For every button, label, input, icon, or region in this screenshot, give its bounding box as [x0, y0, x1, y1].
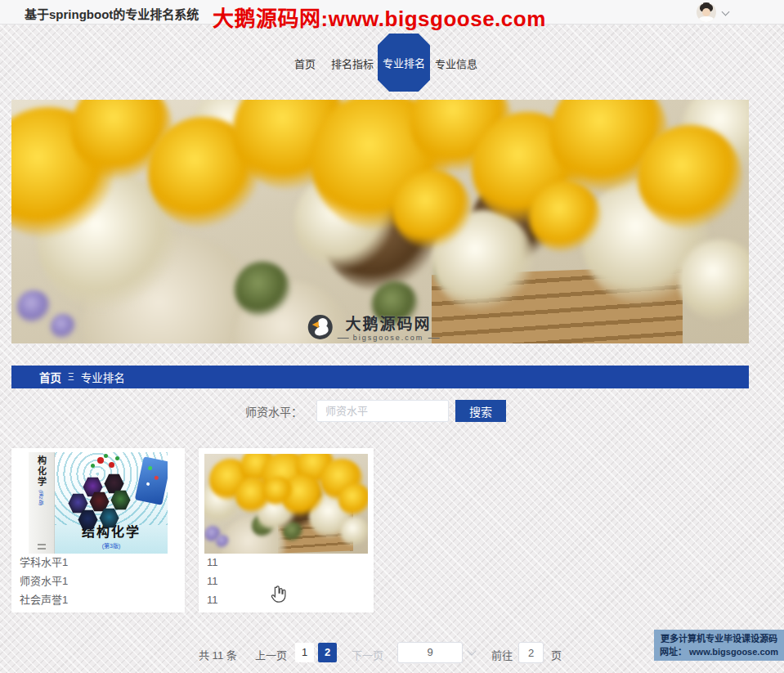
banner-image: 大鹅源码网 bigsgoose.com	[11, 100, 749, 343]
molecule-dot-decoration	[97, 457, 104, 464]
page: 基于springboot的专业排名系统 大鹅源码网:www.bigsgoose.…	[0, 0, 784, 673]
footer-promo-line2: 网址： www.bigsgoose.com	[654, 645, 784, 658]
nav-item-ranking-metrics[interactable]: 排名指标	[331, 56, 374, 71]
card-line-faculty-level: 11	[207, 572, 218, 590]
card-line-social-reputation: 11	[207, 590, 218, 609]
book-spine-author-bar	[38, 544, 46, 545]
molecule-dot-decoration	[115, 456, 119, 460]
footer-promo-box: 更多计算机专业毕设课设源码 网址： www.bigsgoose.com	[654, 630, 784, 661]
nav-item-major-ranking-active[interactable]: 专业排名	[378, 34, 430, 92]
card-line-faculty-level: 师资水平1	[20, 572, 68, 590]
card-text-lines: 11 11 11	[207, 553, 218, 609]
pagination-total: 共 11 条	[199, 647, 237, 662]
user-avatar[interactable]	[697, 2, 716, 22]
avatar-chevron-down-icon[interactable]	[722, 9, 729, 16]
pagination-goto-input[interactable]	[518, 642, 544, 663]
flower-blob	[235, 262, 290, 317]
search-input[interactable]	[316, 400, 449, 422]
pagination-page-2-active[interactable]: 2	[318, 643, 337, 662]
book-cover-image: 构化学 (第2版) 结构化学 (第3版)	[29, 452, 168, 554]
nav-item-major-info[interactable]: 专业信息	[435, 56, 477, 71]
search-label: 师资水平：	[245, 403, 302, 420]
book-spine-title: 构化学	[35, 455, 48, 487]
molecule-dot-decoration	[109, 462, 114, 468]
molecule-dot-decoration	[104, 454, 108, 458]
flower-blob	[529, 181, 601, 253]
flower-blob	[51, 314, 75, 339]
flower-blob	[338, 483, 368, 516]
book-spine: 构化学 (第2版)	[29, 452, 55, 554]
book-spine-author-bar	[38, 548, 46, 550]
card-line-social-reputation: 社会声誉1	[20, 590, 68, 609]
nav-item-home[interactable]: 首页	[294, 56, 316, 71]
app-title: 基于springboot的专业排名系统	[25, 5, 199, 22]
search-button[interactable]: 搜索	[455, 400, 506, 422]
pagination-goto-label: 前往	[491, 647, 513, 662]
major-card-11[interactable]: 11 11 11	[199, 448, 374, 612]
major-card-structural-chemistry[interactable]: 构化学 (第2版) 结构化学 (第3版) 学科水平1 师资水平1 社会声誉1	[11, 448, 185, 612]
page-size-select[interactable]: 9	[397, 642, 463, 663]
flower-blob	[392, 170, 471, 249]
goose-logo-icon	[308, 315, 333, 339]
watermark-text: 大鹅源码网 bigsgoose.com	[338, 312, 440, 342]
breadcrumb: 首页 Ξ 专业排名	[11, 366, 749, 388]
nav-active-label: 专业排名	[383, 55, 425, 70]
breadcrumb-separator-icon: Ξ	[68, 371, 74, 383]
flower-blob	[679, 240, 749, 321]
promo-banner-text: 大鹅源码网:www.bigsgoose.com	[213, 2, 546, 32]
roses-photo	[204, 454, 368, 554]
page-size-chevron-down-icon[interactable]	[468, 648, 476, 656]
molecule-dot-decoration	[91, 464, 95, 468]
watermark-url: bigsgoose.com	[338, 334, 440, 342]
pagination-prev-button[interactable]: 上一页	[255, 647, 287, 662]
breadcrumb-current: 专业排名	[81, 369, 125, 385]
footer-promo-line1: 更多计算机专业毕设课设源码	[654, 632, 784, 645]
book-spine-edition: (第2版)	[38, 490, 45, 505]
search-row: 师资水平： 搜索	[245, 400, 506, 422]
book-front-cover: 结构化学 (第3版)	[55, 452, 168, 554]
watermark: 大鹅源码网 bigsgoose.com	[308, 312, 440, 342]
flower-blob	[638, 125, 742, 230]
goose-beak	[312, 321, 319, 328]
flower-blob	[340, 517, 368, 546]
tablet-molecule-dot	[154, 475, 159, 480]
tablet-molecule-dot	[148, 466, 153, 471]
tablet-molecule-dot	[146, 482, 150, 486]
card-text-lines: 学科水平1 师资水平1 社会声誉1	[20, 553, 68, 609]
book-edition: (第3版)	[55, 541, 168, 550]
watermark-title: 大鹅源码网	[345, 312, 431, 334]
pagination-page-unit-label: 页	[551, 647, 562, 662]
card-line-subject-level: 11	[207, 553, 218, 572]
breadcrumb-home-link[interactable]: 首页	[39, 369, 61, 385]
goose-head	[318, 318, 328, 328]
pagination-page-1[interactable]: 1	[295, 643, 314, 662]
avatar-face	[702, 8, 710, 16]
card-line-subject-level: 学科水平1	[20, 553, 68, 572]
flower-blob	[17, 290, 50, 323]
pagination-next-button[interactable]: 下一页	[352, 647, 383, 662]
